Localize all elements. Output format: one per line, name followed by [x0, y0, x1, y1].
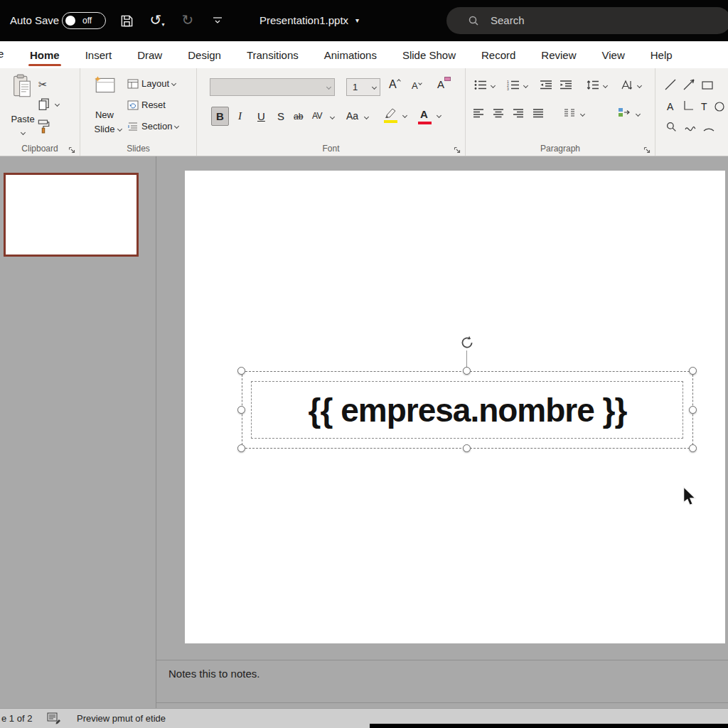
- search-box[interactable]: Search: [446, 7, 728, 34]
- paragraph-dialog-launcher[interactable]: [643, 144, 652, 153]
- clear-formatting-button[interactable]: A: [437, 79, 444, 90]
- resize-handle-middle-left[interactable]: [237, 406, 245, 414]
- cut-button[interactable]: ✂: [38, 78, 48, 91]
- tab-draw[interactable]: Draw: [137, 41, 162, 68]
- resize-handle-top-left[interactable]: [237, 367, 245, 375]
- shape-text-t-button[interactable]: T: [701, 101, 707, 112]
- selected-textbox[interactable]: {{ empresa.nombre }}: [242, 371, 693, 449]
- convert-smartart-button[interactable]: [618, 107, 632, 121]
- shape-magnifier-button[interactable]: [665, 121, 678, 136]
- paste-button[interactable]: Paste: [6, 71, 40, 139]
- tab-home[interactable]: Home: [30, 41, 60, 68]
- strikethrough-button[interactable]: ab: [294, 112, 303, 121]
- columns-dropdown-icon[interactable]: [580, 112, 585, 117]
- italic-button[interactable]: I: [238, 111, 242, 122]
- slide-thumbnail-1[interactable]: [4, 173, 139, 257]
- customize-quick-access-button[interactable]: [210, 15, 225, 26]
- panel-divider[interactable]: [156, 156, 156, 708]
- notes-button[interactable]: [47, 712, 61, 727]
- change-case-button[interactable]: Aa: [346, 111, 358, 121]
- shape-curve-button[interactable]: [684, 122, 697, 135]
- highlight-color-swatch: [384, 120, 397, 123]
- decrease-indent-button[interactable]: [540, 80, 552, 93]
- undo-button[interactable]: ↺ ▾: [146, 11, 168, 29]
- resize-handle-bottom-right[interactable]: [689, 444, 697, 452]
- title-dropdown-icon: ▾: [355, 16, 359, 24]
- reset-button[interactable]: Reset: [127, 100, 166, 110]
- tab-review[interactable]: Review: [541, 41, 576, 68]
- bullets-button[interactable]: [474, 80, 487, 93]
- shape-arrow-button[interactable]: [682, 78, 695, 94]
- autosave-toggle[interactable]: off: [62, 12, 106, 29]
- tab-insert[interactable]: Insert: [85, 41, 112, 68]
- rotation-handle[interactable]: [459, 334, 476, 354]
- notes-text[interactable]: Notes this to notes.: [168, 668, 259, 680]
- columns-button[interactable]: [564, 108, 575, 122]
- tab-transitions[interactable]: Transitions: [247, 41, 299, 68]
- save-icon: [120, 14, 134, 28]
- resize-handle-top-center[interactable]: [463, 367, 471, 375]
- ribbon-options-icon: [213, 16, 223, 25]
- format-painter-button[interactable]: [37, 119, 50, 136]
- save-button[interactable]: [118, 12, 135, 29]
- shape-elbow-button[interactable]: [682, 100, 695, 115]
- tab-design[interactable]: Design: [188, 41, 221, 68]
- shape-oval-button[interactable]: [714, 101, 726, 116]
- layout-button[interactable]: Layout: [127, 78, 176, 89]
- align-right-button[interactable]: [513, 108, 524, 122]
- text-direction-dropdown-icon[interactable]: [637, 83, 642, 88]
- font-color-dropdown-icon[interactable]: [437, 113, 441, 118]
- character-spacing-button[interactable]: AV: [312, 112, 322, 120]
- shape-text-a-button[interactable]: A: [667, 101, 673, 112]
- ribbon: Paste ✂ Clipboard: [0, 68, 728, 156]
- increase-indent-button[interactable]: [560, 80, 572, 93]
- section-button[interactable]: Section: [127, 121, 178, 132]
- numbering-dropdown-icon[interactable]: [523, 83, 528, 88]
- align-justify-button[interactable]: [532, 108, 544, 122]
- tab-file-partial[interactable]: e: [0, 48, 4, 60]
- font-color-button[interactable]: A: [420, 108, 428, 121]
- bullets-dropdown-icon[interactable]: [491, 83, 496, 88]
- shape-magnifier-icon: [665, 121, 678, 133]
- shrink-font-button[interactable]: A: [412, 81, 422, 90]
- text-highlight-button[interactable]: [383, 107, 397, 122]
- align-left-button[interactable]: [473, 108, 484, 122]
- clipboard-dialog-launcher[interactable]: [68, 144, 77, 153]
- font-dialog-launcher[interactable]: [454, 144, 462, 153]
- line-spacing-button[interactable]: [587, 80, 599, 93]
- bold-button[interactable]: B: [211, 107, 229, 126]
- redo-button[interactable]: ↻: [179, 11, 196, 29]
- highlight-dropdown-icon[interactable]: [402, 113, 407, 118]
- character-spacing-dropdown-icon[interactable]: [330, 114, 335, 119]
- tab-record[interactable]: Record: [481, 41, 515, 68]
- shape-arc-button[interactable]: [702, 122, 715, 135]
- resize-handle-middle-right[interactable]: [689, 406, 697, 414]
- text-shadow-button[interactable]: S: [277, 111, 284, 122]
- document-title[interactable]: Presentation1.pptx ▾: [259, 14, 359, 26]
- font-size-combo[interactable]: 1: [346, 78, 380, 96]
- resize-handle-bottom-center[interactable]: [463, 444, 471, 452]
- resize-handle-top-right[interactable]: [689, 367, 697, 375]
- grow-font-button[interactable]: A: [389, 79, 400, 90]
- shape-line-button[interactable]: [664, 78, 677, 94]
- convert-smartart-dropdown-icon[interactable]: [636, 112, 641, 117]
- change-case-dropdown-icon[interactable]: [364, 114, 369, 119]
- underline-button[interactable]: U: [257, 111, 265, 122]
- notes-pane-divider[interactable]: [156, 660, 728, 660]
- tab-slide-show[interactable]: Slide Show: [402, 41, 456, 68]
- resize-handle-bottom-left[interactable]: [237, 444, 245, 452]
- copy-dropdown-icon[interactable]: [55, 102, 60, 107]
- new-slide-button[interactable]: New Slide: [86, 73, 123, 139]
- tab-animations[interactable]: Animations: [324, 41, 377, 68]
- font-name-combo[interactable]: [210, 78, 335, 96]
- copy-button[interactable]: [38, 98, 50, 114]
- numbering-button[interactable]: 123: [507, 80, 520, 93]
- line-spacing-dropdown-icon[interactable]: [603, 83, 608, 88]
- textbox-text[interactable]: {{ empresa.nombre }}: [309, 391, 627, 429]
- text-direction-button[interactable]: [621, 80, 633, 93]
- tab-help[interactable]: Help: [651, 41, 673, 68]
- shape-line-icon: [664, 78, 677, 91]
- shape-rectangle-button[interactable]: [701, 80, 714, 94]
- align-center-button[interactable]: [493, 108, 504, 122]
- tab-view[interactable]: View: [602, 41, 625, 68]
